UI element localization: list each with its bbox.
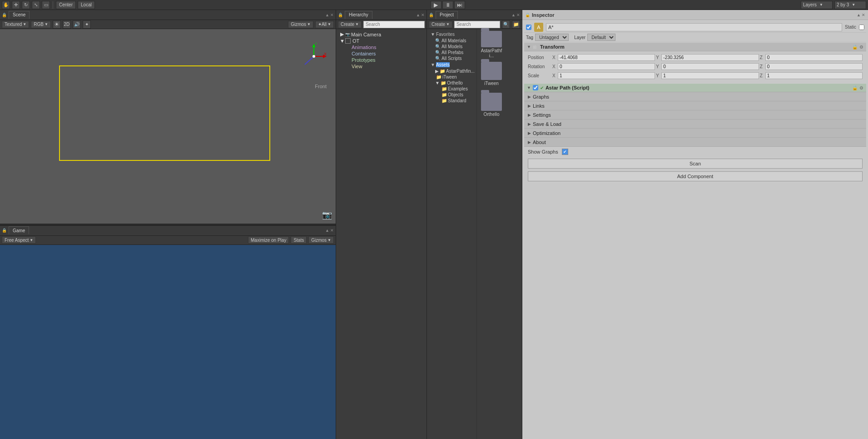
pause-button[interactable]: ⏸ — [442, 1, 453, 9]
gizmos-btn[interactable]: Gizmos▼ — [288, 21, 313, 28]
project-search-input[interactable] — [454, 21, 500, 28]
game-panel-header: 🔒 Game ▲ ✕ — [0, 226, 336, 236]
astar-gear-icon[interactable]: ⚙ — [859, 85, 863, 90]
rot-x-input[interactable] — [558, 63, 655, 70]
folder-orthello[interactable]: Orthello — [479, 93, 504, 120]
pivot-center-btn[interactable]: Center — [56, 1, 76, 9]
save-load-section[interactable]: ▶ Save & Load — [524, 120, 866, 129]
object-active-checkbox[interactable] — [526, 25, 531, 30]
scale-y-input[interactable] — [661, 72, 759, 79]
scene-maximize-icon[interactable]: ▲ — [325, 13, 329, 17]
color-mode-btn[interactable]: RGB▼ — [31, 21, 51, 28]
hierarchy-item-view[interactable]: View — [344, 63, 425, 70]
pos-x-input[interactable] — [558, 54, 655, 61]
transform-gear-icon[interactable]: ⚙ — [859, 45, 863, 50]
project-maximize-icon[interactable]: ▲ — [511, 13, 516, 17]
examples-tree-item[interactable]: 📁 Examples — [440, 86, 475, 92]
optimization-section[interactable]: ▶ Optimization — [524, 129, 866, 138]
orthello-tree-item[interactable]: ▼ 📁 Orthello — [434, 80, 475, 86]
scene-panel: 🔒 Scene ▲ ✕ Textured▼ RGB▼ ☀ 2D 🔊 ✦ — [0, 10, 336, 224]
astar-header[interactable]: ▼ ✔ Astar Path (Script) 🔒 ⚙ — [524, 83, 866, 92]
objects-tree-item[interactable]: 📁 Objects — [440, 92, 475, 98]
project-tab[interactable]: Project — [436, 11, 458, 19]
pos-y-input[interactable] — [661, 54, 759, 61]
game-tab[interactable]: Game — [9, 226, 29, 234]
maximize-on-play-btn[interactable]: Maximize on Play — [248, 236, 289, 244]
all-prefabs-item[interactable]: 🔍 All Prefabs — [434, 50, 475, 55]
game-maximize-icon[interactable]: ▲ — [325, 228, 329, 233]
layer-dropdown[interactable]: Default — [587, 34, 615, 41]
scene-2d-btn[interactable]: 2D — [63, 20, 71, 29]
rotate-tool[interactable]: ↻ — [22, 1, 30, 9]
hand-tool[interactable]: ✋ — [2, 1, 10, 9]
links-section[interactable]: ▶ Links — [524, 101, 866, 110]
move-tool[interactable]: ✛ — [12, 1, 20, 9]
all-models-item[interactable]: 🔍 All Models — [434, 44, 475, 50]
step-button[interactable]: ⏭ — [454, 1, 465, 9]
game-gizmos-btn[interactable]: Gizmos▼ — [308, 236, 334, 244]
project-search-icon[interactable]: 🔍 — [502, 20, 510, 29]
standard-tree-item[interactable]: 📁 Standard — [440, 98, 475, 104]
all-scripts-item[interactable]: 🔍 All Scripts — [434, 55, 475, 61]
rect-tool[interactable]: ▭ — [42, 1, 50, 9]
hierarchy-create-btn[interactable]: Create▼ — [338, 21, 362, 28]
astar-active-checkbox[interactable] — [533, 85, 538, 90]
hierarchy-close-icon[interactable]: ✕ — [421, 13, 425, 17]
astar-tree-item[interactable]: ▶ 📁 AstarPathfin... — [434, 68, 475, 74]
itween-tree-item[interactable]: 📁 iTween — [434, 74, 475, 80]
layout-dropdown[interactable]: 2 by 3▼ — [834, 1, 866, 9]
scan-button[interactable]: Scan — [528, 159, 863, 169]
add-component-button[interactable]: Add Component — [528, 171, 863, 181]
pivot-local-btn[interactable]: Local — [78, 1, 95, 9]
static-checkbox[interactable] — [859, 25, 864, 30]
stats-btn[interactable]: Stats — [291, 236, 307, 244]
hierarchy-tab[interactable]: Hierarchy — [345, 11, 372, 19]
settings-section[interactable]: ▶ Settings — [524, 110, 866, 120]
pos-y-label: Y — [656, 55, 660, 60]
project-close-icon[interactable]: ✕ — [516, 13, 520, 17]
scale-tool[interactable]: ⤡ — [32, 1, 40, 9]
rot-y-input[interactable] — [661, 63, 759, 70]
astar-lock-icon[interactable]: 🔒 — [852, 85, 858, 90]
layers-dropdown[interactable]: Layers▼ — [801, 1, 833, 9]
game-close-icon[interactable]: ✕ — [330, 228, 334, 233]
transform-lock-icon[interactable]: 🔒 — [852, 45, 858, 50]
graphs-section[interactable]: ▶ Graphs — [524, 92, 866, 101]
hierarchy-item-containers[interactable]: Containers — [344, 50, 425, 57]
rot-z-input[interactable] — [765, 63, 863, 70]
inspector-maximize-icon[interactable]: ▲ — [857, 13, 861, 17]
transform-header[interactable]: ▼ ⊞ Transform 🔒 ⚙ — [524, 42, 866, 51]
scene-close-icon[interactable]: ✕ — [330, 13, 334, 17]
hierarchy-search-input[interactable] — [363, 21, 425, 28]
scale-z-input[interactable] — [765, 72, 863, 79]
scene-fx-btn[interactable]: ✦ — [83, 20, 91, 29]
scene-audio-btn[interactable]: 🔊 — [73, 20, 81, 29]
scene-right-tools: Gizmos▼ ✦All▼ — [288, 21, 334, 28]
hierarchy-item-animations[interactable]: Animations — [344, 44, 425, 50]
about-section[interactable]: ▶ About — [524, 138, 866, 147]
all-materials-item[interactable]: 🔍 All Materials — [434, 38, 475, 44]
folder-itween[interactable]: iTween — [479, 62, 504, 89]
project-create-btn[interactable]: Create▼ — [429, 21, 452, 28]
show-graphs-checkbox[interactable]: ✔ — [562, 149, 568, 155]
play-button[interactable]: ▶ — [431, 1, 441, 9]
inspector-close-icon[interactable]: ✕ — [862, 13, 865, 17]
hierarchy-maximize-icon[interactable]: ▲ — [416, 13, 420, 17]
pos-z-input[interactable] — [765, 54, 863, 61]
inspector-panel: 🔒 Inspector ▲ ✕ A Static Tag Untagged — [522, 10, 868, 439]
display-mode-btn[interactable]: Textured▼ — [2, 21, 29, 28]
all-btn[interactable]: ✦All▼ — [315, 21, 334, 28]
scene-tab[interactable]: Scene — [9, 11, 30, 19]
object-name-input[interactable] — [546, 23, 842, 31]
scale-x-input[interactable] — [558, 72, 655, 79]
rot-x-label: X — [552, 64, 557, 69]
hierarchy-item-ot[interactable]: ▼ OT — [338, 38, 425, 44]
hierarchy-item-main-camera[interactable]: ▶ 📷 Main Camera — [338, 31, 425, 38]
folder-astar[interactable]: AstarPathfi... — [479, 31, 504, 58]
tag-dropdown[interactable]: Untagged — [535, 34, 569, 41]
hierarchy-item-prototypes[interactable]: Prototypes — [344, 57, 425, 63]
project-folder-icon[interactable]: 📁 — [512, 20, 520, 29]
prototypes-label: Prototypes — [352, 57, 376, 63]
scene-light-btn[interactable]: ☀ — [53, 20, 61, 29]
aspect-btn[interactable]: Free Aspect▼ — [2, 236, 36, 244]
